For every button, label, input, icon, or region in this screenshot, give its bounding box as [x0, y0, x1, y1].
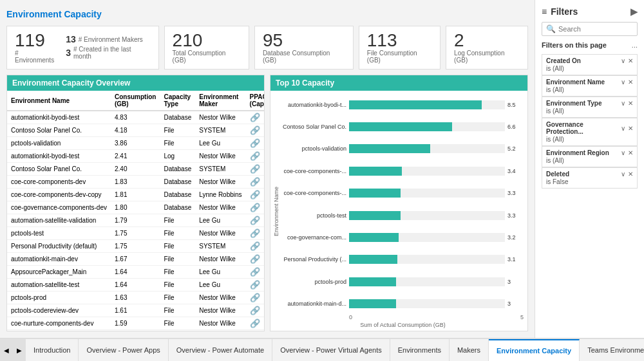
- table-cell: 1.64: [111, 266, 160, 279]
- filter-item-header: Environment Type ∨ ✕: [546, 100, 633, 107]
- filter-item[interactable]: Governance Protection... ∨ ✕ is (All): [542, 118, 638, 146]
- tab-environment-capacity[interactable]: Environment Capacity: [489, 339, 580, 361]
- filters-collapse-button[interactable]: ▶: [630, 6, 638, 17]
- filter-item[interactable]: Environment Region ∨ ✕ is (All): [542, 146, 638, 167]
- table-cell: Nestor Wilke: [195, 150, 245, 163]
- table-cell[interactable]: 🔗: [246, 304, 264, 317]
- table-cell: pctools-validation: [7, 137, 111, 150]
- filter-search-box[interactable]: 🔍: [542, 22, 638, 36]
- filter-actions: ∨ ✕: [621, 57, 633, 64]
- table-cell[interactable]: 🔗: [246, 317, 264, 330]
- filter-item[interactable]: Deleted ∨ ✕ is False: [542, 167, 638, 189]
- table-cell: File: [160, 292, 195, 304]
- table-cell[interactable]: 🔗: [246, 279, 264, 292]
- filter-expand-btn[interactable]: ∨: [621, 149, 625, 156]
- table-row: pctools-proof-of-concept-dev1.59FileNest…: [7, 330, 264, 331]
- tabs-container: IntroductionOverview - Power AppsOvervie…: [26, 339, 644, 361]
- filter-name: Environment Region: [546, 149, 609, 156]
- tab-overview-power-apps[interactable]: Overview - Power Apps: [79, 339, 168, 361]
- filter-value: is (All): [546, 65, 633, 72]
- table-cell[interactable]: 🔗: [246, 240, 264, 253]
- table-cell: 1.59: [111, 317, 160, 330]
- table-cell[interactable]: 🔗: [246, 137, 264, 150]
- table-cell: 1.59: [111, 330, 160, 331]
- tab-overview-power-virtual-agents[interactable]: Overview - Power Virtual Agents: [272, 339, 390, 361]
- tab-makers[interactable]: Makers: [450, 339, 489, 361]
- chart-section: Top 10 Capacity Environment Name automat…: [270, 75, 528, 331]
- tab-overview-power-automate[interactable]: Overview - Power Automate: [169, 339, 272, 361]
- table-cell[interactable]: 🔗: [246, 150, 264, 163]
- filter-clear-btn[interactable]: ✕: [628, 171, 633, 178]
- filter-item[interactable]: Environment Name ∨ ✕ is (All): [542, 75, 638, 97]
- table-cell[interactable]: 🔗: [246, 176, 264, 189]
- kpi-file: 113 File Consumption (GB): [359, 26, 440, 69]
- chart-bar-row: pctools-test 3.3: [282, 211, 524, 220]
- table-row: coe-core-components-dev-copy1.81Database…: [7, 189, 264, 201]
- bar-value: 3.3: [507, 212, 524, 219]
- table-cell: File: [160, 124, 195, 137]
- filter-expand-btn[interactable]: ∨: [621, 57, 625, 64]
- bar-track: [349, 277, 505, 286]
- bar-track: [349, 144, 505, 153]
- table-cell: File: [160, 279, 195, 292]
- filter-clear-btn[interactable]: ✕: [628, 149, 633, 156]
- table-row: pctools-validation3.86FileLee Gu🔗: [7, 137, 264, 150]
- bar-label: automationkit-byodi-t...: [282, 102, 346, 108]
- table-cell[interactable]: 🔗: [246, 214, 264, 227]
- filter-clear-btn[interactable]: ✕: [628, 57, 633, 64]
- filter-item[interactable]: Environment Type ∨ ✕ is (All): [542, 97, 638, 118]
- filter-search-input[interactable]: [558, 25, 633, 33]
- filter-clear-btn[interactable]: ✕: [628, 100, 633, 107]
- table-cell: 1.83: [111, 176, 160, 189]
- bar-fill: [349, 233, 399, 242]
- table-cell[interactable]: 🔗: [246, 124, 264, 137]
- table-cell[interactable]: 🔗: [246, 266, 264, 279]
- tab-nav-next[interactable]: ▶: [13, 339, 26, 361]
- table-cell[interactable]: 🔗: [246, 227, 264, 240]
- table-cell[interactable]: 🔗: [246, 292, 264, 304]
- tab-introduction[interactable]: Introduction: [26, 339, 79, 361]
- filter-clear-btn[interactable]: ✕: [628, 125, 633, 132]
- filter-item[interactable]: Created On ∨ ✕ is (All): [542, 54, 638, 75]
- table-row: Contoso Solar Panel Co.2.40DatabaseSYSTE…: [7, 163, 264, 176]
- tab-bar: ◀ ▶ IntroductionOverview - Power AppsOve…: [0, 338, 644, 361]
- table-cell[interactable]: 🔗: [246, 163, 264, 176]
- tab-nav-prev[interactable]: ◀: [0, 339, 13, 361]
- table-cell: automationkit-byodi-test: [7, 150, 111, 163]
- tab-teams-environments[interactable]: Teams Environments: [580, 339, 644, 361]
- table-cell: 4.18: [111, 124, 160, 137]
- table-cell[interactable]: 🔗: [246, 330, 264, 331]
- table-cell: 1.75: [111, 240, 160, 253]
- table-cell: Log: [160, 150, 195, 163]
- table-cell[interactable]: 🔗: [246, 111, 264, 124]
- filter-expand-btn[interactable]: ∨: [621, 171, 625, 178]
- table-cell[interactable]: 🔗: [246, 189, 264, 201]
- table-section: Environment Capacity Overview Environmen…: [6, 75, 265, 331]
- table-cell[interactable]: 🔗: [246, 201, 264, 214]
- kpi-environments-label: # Environments: [15, 50, 59, 64]
- table-cell: 1.79: [111, 214, 160, 227]
- table-cell: Database: [160, 189, 195, 201]
- table-row: automationkit-byodi-test4.83DatabaseNest…: [7, 111, 264, 124]
- chart-x-label: Sum of Actual Consumption (GB): [282, 322, 524, 328]
- table-cell: File: [160, 330, 195, 331]
- filter-expand-btn[interactable]: ∨: [621, 100, 625, 107]
- table-container[interactable]: Environment Name Consumption (GB) Capaci…: [7, 91, 264, 331]
- table-cell: Database: [160, 163, 195, 176]
- bar-value: 5.2: [507, 145, 524, 152]
- tab-environments[interactable]: Environments: [390, 339, 450, 361]
- table-cell: Lee Gu: [195, 214, 245, 227]
- chart-bar-row: coe-core-components-... 3.4: [282, 167, 524, 176]
- table-cell: File: [160, 227, 195, 240]
- bar-fill: [349, 189, 401, 198]
- filter-value: is (All): [546, 136, 633, 143]
- table-cell[interactable]: 🔗: [246, 253, 264, 266]
- filters-sidebar: ≡ Filters ▶ 🔍 Filters on this page ... C…: [535, 0, 644, 338]
- filters-more-button[interactable]: ...: [632, 41, 638, 49]
- bar-track: [349, 100, 505, 109]
- table-row: coe-governance-components-dev1.80Databas…: [7, 201, 264, 214]
- table-cell: File: [160, 240, 195, 253]
- filter-clear-btn[interactable]: ✕: [628, 79, 633, 86]
- filter-expand-btn[interactable]: ∨: [621, 79, 625, 86]
- filter-expand-btn[interactable]: ∨: [621, 125, 625, 132]
